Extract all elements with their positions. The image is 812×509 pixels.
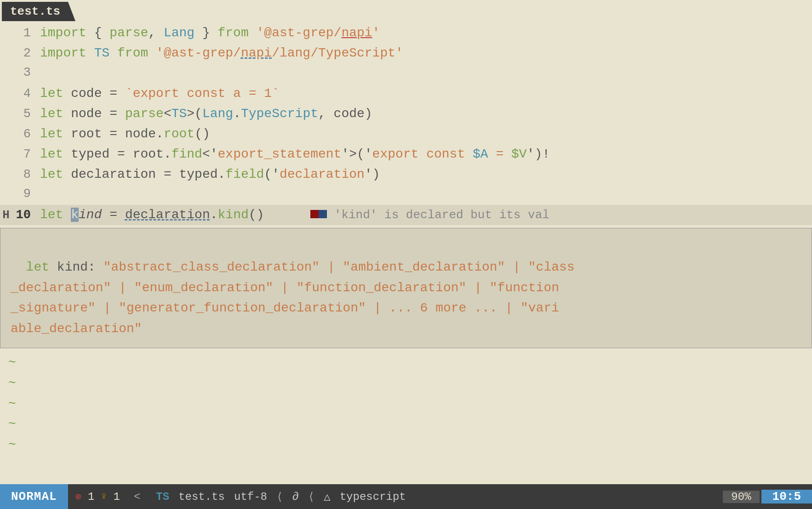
line-content-2: import TS from '@ast-grep/napi/lang/Type… [40,43,812,63]
code-line-10: H 10 let kind = declaration.kind() 'kind… [0,205,812,225]
code-line-6: 6 let root = node.root() [0,124,812,144]
code-line-2: 2 import TS from '@ast-grep/napi/lang/Ty… [0,43,812,63]
cursor-position: 10:5 [761,490,812,503]
code-line-3: 3 [0,63,812,84]
title-bar: test.ts [0,0,812,21]
mode-indicator: NORMAL [0,484,68,509]
code-line-8: 8 let declaration = typed.field('declara… [0,164,812,185]
status-right: 90% 10:5 [723,490,812,503]
tilde-4: ~ [0,414,812,435]
error-count: ⊗ 1 ♀ 1 [68,491,127,503]
line-content-6: let root = node.root() [40,124,812,144]
line-num-9: 9 [15,185,40,204]
code-line-7: 7 let typed = root.find<'export_statemen… [0,144,812,164]
code-line-1: 1 import { parse, Lang } from '@ast-grep… [0,23,812,43]
cursor: k [71,208,79,222]
line-content-4: let code = `export const a = 1` [40,84,812,103]
warning-icon: ♀ [101,491,107,503]
line-content-8: let declaration = typed.field('declarati… [40,164,812,184]
tilde-lines: ~ ~ ~ ~ ~ [0,348,812,456]
code-line-4: 4 let code = `export const a = 1` [0,84,812,104]
line-num-1: 1 [15,24,40,43]
gutter-10: H [0,206,15,224]
filename-label: test.ts [10,5,60,18]
line-num-7: 7 [15,145,40,164]
line-num-6: 6 [15,125,40,144]
line-num-2: 2 [15,44,40,63]
status-bar: NORMAL ⊗ 1 ♀ 1 < TS test.ts utf-8 ⟨ ∂ ⟨ … [0,484,812,509]
tilde-1: ~ [0,353,812,373]
line-content-7: let typed = root.find<'export_statement'… [40,144,812,164]
kw-import-1: import [40,26,86,40]
code-line-9: 9 [0,185,812,205]
tilde-5: ~ [0,435,812,456]
filetype-badge: TS [156,491,169,503]
error-x-icon: ⊗ [75,491,81,503]
line-content-10: let kind = declaration.kind() 'kind' is … [40,205,812,225]
line-num-4: 4 [15,85,40,104]
hover-popup: let kind: "abstract_class_declaration" |… [0,228,812,348]
tab-title: test.ts [2,2,75,21]
tilde-3: ~ [0,394,812,415]
code-line-5: 5 let node = parse<TS>(Lang.TypeScript, … [0,104,812,124]
code-editor: 1 import { parse, Lang } from '@ast-grep… [0,21,812,225]
status-file-info: TS test.ts utf-8 ⟨ ∂ ⟨ △ typescript [147,490,723,503]
error-squares [310,208,327,222]
line-num-8: 8 [15,165,40,185]
zoom-level: 90% [723,491,759,503]
status-sep1: < [127,484,147,509]
tilde-2: ~ [0,373,812,394]
line-content-1: import { parse, Lang } from '@ast-grep/n… [40,23,812,43]
line-content-5: let node = parse<TS>(Lang.TypeScript, co… [40,104,812,124]
line-num-3: 3 [15,63,40,83]
line-num-10: 10 [15,206,40,225]
line-num-5: 5 [15,105,40,124]
